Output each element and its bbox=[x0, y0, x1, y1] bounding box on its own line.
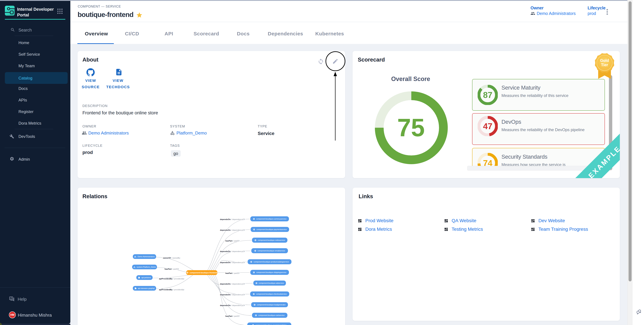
svg-text:47: 47 bbox=[483, 122, 492, 131]
svg-text:87: 87 bbox=[483, 90, 492, 100]
svg-text:?: ? bbox=[10, 297, 12, 299]
svg-text:75: 75 bbox=[397, 113, 425, 142]
svg-text:Gold: Gold bbox=[600, 58, 609, 63]
svg-text:Tier: Tier bbox=[601, 63, 608, 67]
